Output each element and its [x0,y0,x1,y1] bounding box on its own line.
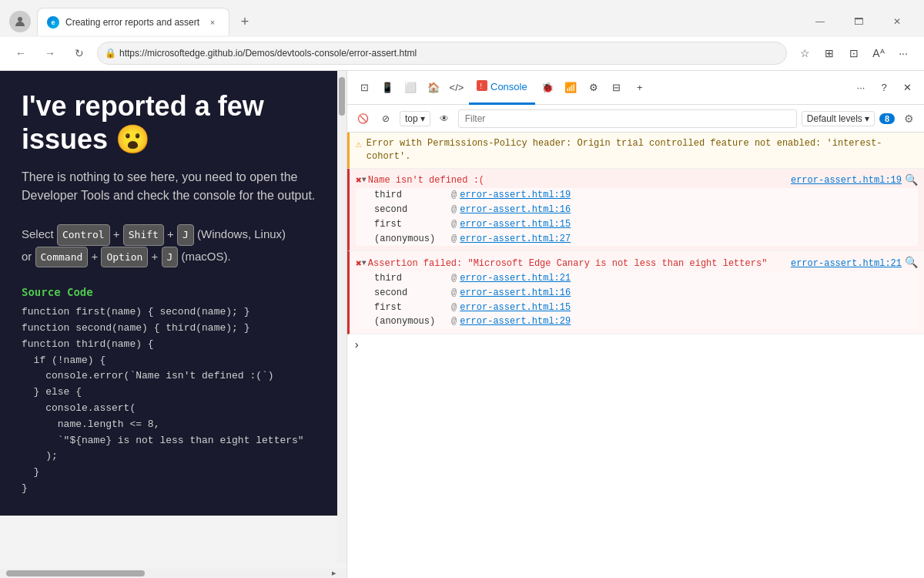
devtools-help-icon[interactable]: ? [873,77,895,99]
error1-stack-2: first @ error-assert.html:15 [356,217,918,232]
stack-fn-2: first [374,218,451,231]
devtools-inspect-icon[interactable]: ⊡ [353,77,375,99]
profile-button[interactable] [9,11,31,32]
stack2-fn-2: first [374,301,451,314]
stack2-loc-0[interactable]: error-assert.html:21 [460,272,571,285]
stack2-loc-2[interactable]: error-assert.html:15 [460,301,571,314]
devtools-home-icon[interactable]: 🏠 [423,77,444,99]
devtools-elements-icon[interactable]: ⬜ [400,77,421,99]
stack2-fn-0: third [374,272,451,285]
cmd-key: Command [35,247,89,267]
plus2: + [167,227,174,240]
error2-location[interactable]: error-assert.html:21 [791,257,902,271]
error1-location[interactable]: error-assert.html:19 [791,174,902,187]
stack-loc-0[interactable]: error-assert.html:19 [460,189,571,202]
devtools-debug-icon[interactable]: 🐞 [537,77,558,99]
maximize-button[interactable]: 🗖 [841,9,876,34]
filter-input[interactable] [458,109,797,128]
levels-dropdown-icon: ▾ [865,113,869,124]
error-message-1: ✖ ▼ Name isn't defined :( error-assert.h… [347,169,924,252]
webpage-inner: I've reported a few issues 😮 There is no… [22,89,325,497]
horizontal-scrollbar[interactable] [0,569,337,578]
devtools-more-icons: ··· ? ✕ [850,77,918,99]
devtools-settings2-icon[interactable]: ⚙ [583,77,604,99]
webpage-container: I've reported a few issues 😮 There is no… [0,71,346,578]
opt-key: Option [101,247,148,267]
devtools-code-icon[interactable]: </> [446,77,467,99]
stack-loc-2[interactable]: error-assert.html:15 [460,218,571,231]
stack-loc-3[interactable]: error-assert.html:27 [460,233,571,246]
error2-stack-2: first @ error-assert.html:15 [356,301,918,315]
console-prompt[interactable]: › [347,334,924,356]
warning-message: ⚠ Error with Permissions-Policy header: … [347,133,924,169]
stack2-loc-3[interactable]: error-assert.html:29 [460,315,571,328]
vertical-scrollbar[interactable] [337,71,346,563]
error2-icon: ✖ [356,257,362,271]
plus3: + [91,250,98,263]
stack2-at-1: @ [451,287,457,300]
error2-search-icon[interactable]: 🔍 [905,256,918,271]
address-wrap: 🔒 [97,42,787,65]
j-key: J [177,224,194,245]
more-tools-icon[interactable]: ··· [892,42,915,65]
stack-loc-1[interactable]: error-assert.html:16 [460,203,571,217]
forward-button[interactable]: → [38,42,62,65]
console-block-button[interactable]: ⊘ [377,109,395,128]
stack2-fn-3: (anonymous) [374,315,451,328]
error1-expand-icon[interactable]: ▼ [362,175,367,186]
content-area: I've reported a few issues 😮 There is no… [0,71,924,578]
error1-stack-1: second @ error-assert.html:16 [356,203,918,217]
stack-fn-3: (anonymous) [374,233,451,246]
favorites-icon[interactable]: ☆ [793,42,816,65]
console-badge: 8 [879,113,895,124]
hint-win: (Windows, Linux) [197,227,286,240]
stack-at-1: @ [451,203,457,217]
stack2-at-3: @ [451,315,457,328]
tab-bar: e Creating error reports and assert × + [37,8,796,35]
console-settings-icon[interactable]: ⚙ [899,109,918,128]
window-controls: — 🗖 ✕ [802,9,915,34]
devtools-layers-icon[interactable]: ⊟ [606,77,628,99]
hint-select: Select [22,227,54,240]
devtools-panel: ⊡ 📱 ⬜ 🏠 </> ! Console 🐞 📶 ⚙ ⊟ + [346,71,924,578]
active-tab[interactable]: e Creating error reports and assert × [37,8,229,35]
scrollbar-thumb[interactable] [339,77,345,116]
hint-or: or [22,250,32,263]
j-key2: J [162,247,179,267]
read-aloud-icon[interactable]: Aᴬ [867,42,890,65]
warning-text: Error with Permissions-Policy header: Or… [367,137,918,163]
default-levels-select[interactable]: Default levels ▾ [802,111,875,126]
code-block: function first(name) { second(name); } f… [22,304,319,497]
refresh-button[interactable]: ↻ [68,42,91,65]
tab-close-button[interactable]: × [206,15,219,29]
console-clear-button[interactable]: 🚫 [353,109,372,128]
split-screen-icon[interactable]: ⊡ [842,42,865,65]
shift-key: Shift [123,224,164,245]
devtools-overflow-icon[interactable]: ··· [850,77,872,99]
ctrl-key: Control [57,224,110,245]
h-scrollbar-thumb[interactable] [6,570,145,576]
page-title: I've reported a few issues 😮 [22,89,319,156]
devtools-wifi-icon[interactable]: 📶 [560,77,581,99]
console-context-select[interactable]: top ▾ [400,111,430,126]
close-button[interactable]: ✕ [879,9,915,34]
back-button[interactable]: ← [9,42,32,65]
minimize-button[interactable]: — [802,9,838,34]
devtools-addpanel-icon[interactable]: + [629,77,651,99]
stack2-loc-1[interactable]: error-assert.html:16 [460,287,571,300]
error1-search-icon[interactable]: 🔍 [905,173,918,189]
console-eye-button[interactable]: 👁 [435,109,454,128]
scroll-right-button[interactable]: ▶ [330,570,337,577]
address-input[interactable] [97,42,787,65]
devtools-close-icon[interactable]: ✕ [896,77,918,99]
devtools-device-icon[interactable]: 📱 [377,77,398,99]
prompt-arrow: › [353,339,360,351]
error2-expand-icon[interactable]: ▼ [362,258,367,269]
tab-console[interactable]: ! Console [469,71,535,105]
new-tab-button[interactable]: + [233,9,257,34]
stack2-fn-1: second [374,287,451,300]
collections-icon[interactable]: ⊞ [818,42,841,65]
error1-stack-3: (anonymous) @ error-assert.html:27 [356,232,918,247]
stack2-at-0: @ [451,272,457,285]
console-toolbar: 🚫 ⊘ top ▾ 👁 Default levels ▾ 8 ⚙ [347,105,924,133]
